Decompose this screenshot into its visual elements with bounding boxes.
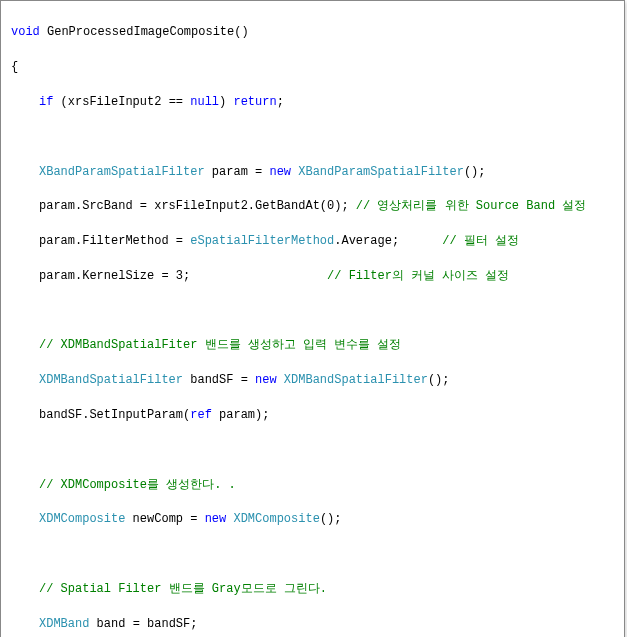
code-block: void GenProcessedImageComposite() { if (…: [0, 0, 625, 637]
code-line: param.KernelSize = 3; // Filter의 커널 사이즈 …: [11, 268, 614, 285]
comment: // XDMComposite를 생성한다. .: [39, 478, 236, 492]
comment: // Spatial Filter 밴드를 Gray모드로 그린다.: [39, 582, 327, 596]
code-line: [11, 129, 614, 146]
comment: // XDMBandSpatialFiter 밴드를 생성하고 입력 변수를 설…: [39, 338, 401, 352]
code-line: [11, 546, 614, 563]
code-line: [11, 303, 614, 320]
code-line: bandSF.SetInputParam(ref param);: [11, 407, 614, 424]
code-line: XDMBandSpatialFilter bandSF = new XDMBan…: [11, 372, 614, 389]
code-line: param.FilterMethod = eSpatialFilterMetho…: [11, 233, 614, 250]
code-line: // XDMBandSpatialFiter 밴드를 생성하고 입력 변수를 설…: [11, 337, 614, 354]
code-line: XDMBand band = bandSF;: [11, 616, 614, 633]
code-line: [11, 442, 614, 459]
code-line: XBandParamSpatialFilter param = new XBan…: [11, 164, 614, 181]
comment: // Filter의 커널 사이즈 설정: [327, 269, 509, 283]
code-line: {: [11, 59, 614, 76]
code-line: void GenProcessedImageComposite(): [11, 24, 614, 41]
comment: // 영상처리를 위한 Source Band 설정: [356, 199, 586, 213]
code-line: param.SrcBand = xrsFileInput2.GetBandAt(…: [11, 198, 614, 215]
code-line: // Spatial Filter 밴드를 Gray모드로 그린다.: [11, 581, 614, 598]
keyword: void: [11, 25, 40, 39]
method-name: GenProcessedImageComposite(): [40, 25, 249, 39]
code-line: XDMComposite newComp = new XDMComposite(…: [11, 511, 614, 528]
comment: // 필터 설정: [442, 234, 519, 248]
code-line: if (xrsFileInput2 == null) return;: [11, 94, 614, 111]
code-line: // XDMComposite를 생성한다. .: [11, 477, 614, 494]
